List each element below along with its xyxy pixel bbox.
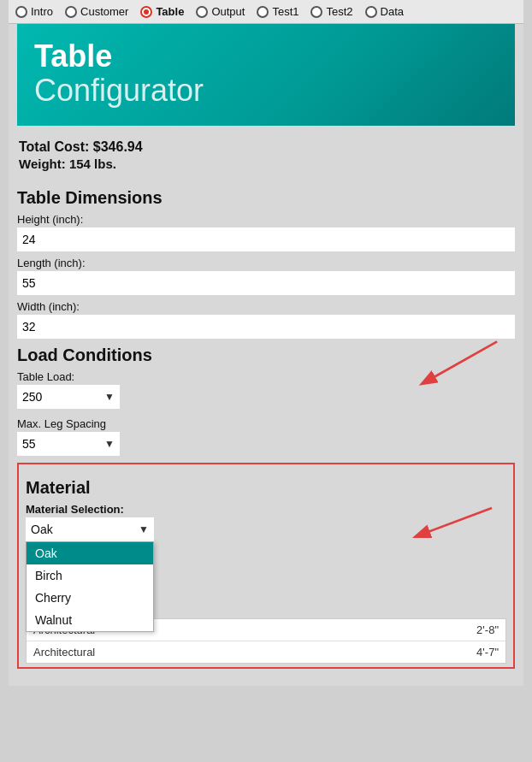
weight-label: Weight: 154 lbs. xyxy=(19,157,513,171)
tab-label-test2: Test2 xyxy=(326,5,352,18)
tab-label-customer: Customer xyxy=(80,5,128,18)
tab-radio-output[interactable] xyxy=(196,6,208,18)
total-cost-label: Total Cost: $346.94 xyxy=(19,139,513,155)
tab-radio-intro[interactable] xyxy=(15,6,27,18)
height-input[interactable] xyxy=(17,227,515,251)
results-value-2: 4'-7" xyxy=(447,646,499,659)
results-row-2: Architectural 4'-7" xyxy=(27,641,505,663)
tab-radio-data[interactable] xyxy=(365,6,377,18)
table-load-dropdown[interactable]: 250 500 750 ▼ xyxy=(17,385,120,409)
load-section: Load Conditions Table Load: 250 500 750 … xyxy=(17,346,515,456)
material-option-birch[interactable]: Birch xyxy=(27,564,153,587)
results-value-1: 2'-8" xyxy=(447,623,499,636)
tab-label-test1: Test1 xyxy=(272,5,299,18)
material-section: Material Material Selection: Oak ▼ xyxy=(17,463,515,669)
dimensions-heading: Table Dimensions xyxy=(17,188,515,208)
tab-bar: Intro Customer Table Output Test1 Test2 … xyxy=(9,0,523,24)
tab-output[interactable]: Output xyxy=(196,5,245,18)
tab-label-data: Data xyxy=(381,5,404,18)
height-label: Height (inch): xyxy=(17,213,515,226)
summary-section: Total Cost: $346.94 Weight: 154 lbs. xyxy=(17,134,515,181)
tab-customer[interactable]: Customer xyxy=(65,5,128,18)
tab-radio-test2[interactable] xyxy=(310,6,322,18)
material-selection-label: Material Selection: xyxy=(26,503,506,516)
main-content: Table Configurator Total Cost: $346.94 W… xyxy=(9,24,523,686)
length-input[interactable] xyxy=(17,271,515,295)
page-wrapper: Intro Customer Table Output Test1 Test2 … xyxy=(9,0,523,686)
tab-data[interactable]: Data xyxy=(365,5,404,18)
material-option-cherry[interactable]: Cherry xyxy=(27,587,153,609)
leg-spacing-dropdown[interactable]: 55 40 70 ▼ xyxy=(17,432,120,456)
tab-test1[interactable]: Test1 xyxy=(257,5,299,18)
table-load-label: Table Load: xyxy=(17,370,515,383)
width-input[interactable] xyxy=(17,315,515,339)
tab-label-output: Output xyxy=(211,5,245,18)
length-label: Length (inch): xyxy=(17,257,515,269)
material-option-oak[interactable]: Oak xyxy=(27,542,153,564)
width-label: Width (inch): xyxy=(17,300,515,313)
tab-radio-table[interactable] xyxy=(140,6,152,18)
material-heading: Material xyxy=(26,478,506,498)
material-dropdown-menu: Oak Birch Cherry Walnut xyxy=(26,541,154,632)
tab-intro[interactable]: Intro xyxy=(15,5,53,18)
tab-radio-customer[interactable] xyxy=(65,6,77,18)
tab-test2[interactable]: Test2 xyxy=(310,5,352,18)
material-dropdown[interactable]: Oak ▼ xyxy=(26,517,154,541)
material-selected-display[interactable]: Oak xyxy=(26,517,154,541)
tab-label-table: Table xyxy=(156,5,184,18)
header-title-configurator: Configurator xyxy=(34,74,498,108)
material-dropdown-container[interactable]: Oak ▼ Oak Birch Cherry Walnut xyxy=(26,517,154,541)
header-title-table: Table xyxy=(34,39,498,74)
tab-table[interactable]: Table xyxy=(140,5,184,18)
load-heading: Load Conditions xyxy=(17,346,515,365)
table-load-select[interactable]: 250 500 750 xyxy=(17,385,120,409)
material-selected-value: Oak xyxy=(31,523,53,536)
dimensions-section: Table Dimensions Height (inch): Length (… xyxy=(17,188,515,339)
header-banner: Table Configurator xyxy=(17,24,515,126)
results-label-2: Architectural xyxy=(33,646,447,659)
tab-radio-test1[interactable] xyxy=(257,6,269,18)
leg-spacing-select[interactable]: 55 40 70 xyxy=(17,432,120,456)
material-option-walnut[interactable]: Walnut xyxy=(27,609,153,631)
leg-spacing-label: Max. Leg Spacing xyxy=(17,417,515,430)
tab-label-intro: Intro xyxy=(31,5,53,18)
